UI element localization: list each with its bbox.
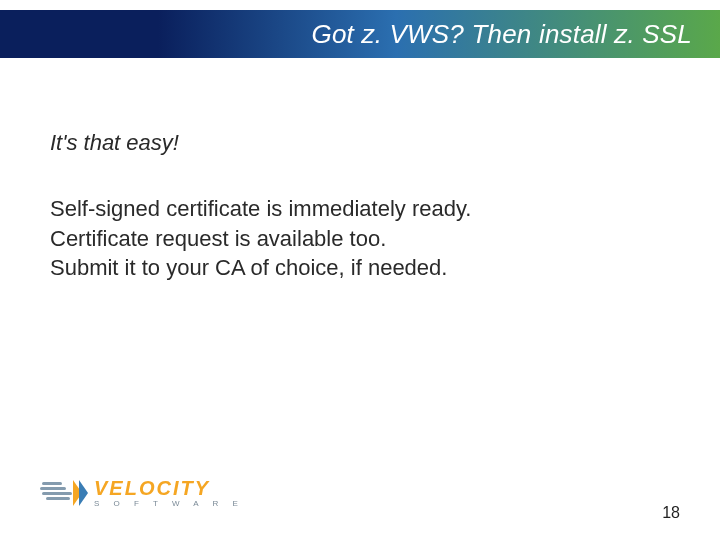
body-line: Certificate request is available too.	[50, 224, 680, 254]
brand-name: VELOCITY	[94, 478, 244, 498]
title-bar: Got z. VWS? Then install z. SSL	[0, 10, 720, 58]
brand-logo: VELOCITY S O F T W A R E	[40, 478, 690, 508]
chevron-icon	[76, 480, 88, 506]
slide-content: It's that easy! Self-signed certificate …	[50, 130, 680, 283]
logo-text: VELOCITY S O F T W A R E	[94, 478, 244, 508]
body-line: Self-signed certificate is immediately r…	[50, 194, 680, 224]
page-number: 18	[662, 504, 680, 522]
slide-title: Got z. VWS? Then install z. SSL	[312, 19, 692, 50]
body-line: Submit it to your CA of choice, if neede…	[50, 253, 680, 283]
slide-footer: VELOCITY S O F T W A R E 18	[40, 478, 690, 522]
brand-tagline: S O F T W A R E	[94, 500, 244, 508]
logo-mark-icon	[40, 480, 86, 506]
slide: Got z. VWS? Then install z. SSL It's tha…	[0, 0, 720, 540]
lead-text: It's that easy!	[50, 130, 680, 156]
